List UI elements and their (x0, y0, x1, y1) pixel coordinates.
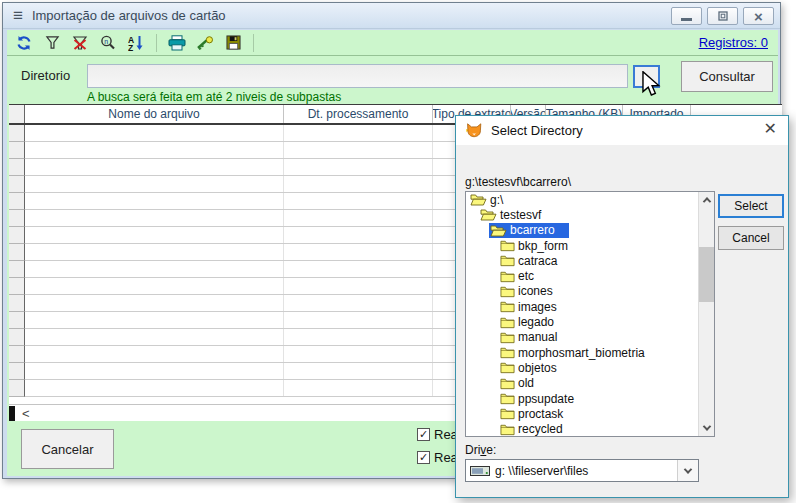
cancel-button[interactable]: Cancel (718, 226, 784, 250)
row-selector[interactable] (9, 312, 25, 329)
table-cell (284, 346, 433, 362)
folder-icon (500, 239, 515, 252)
directory-item[interactable]: images (466, 299, 714, 314)
directory-item[interactable]: testesvf (466, 207, 714, 222)
directory-item[interactable]: ppsupdate (466, 391, 714, 406)
network-drive-icon (470, 466, 490, 476)
row-selector[interactable] (9, 176, 25, 193)
menu-icon[interactable]: ≡ (13, 7, 23, 24)
row-selector[interactable] (9, 295, 25, 312)
checkbox-checked-icon[interactable]: ✓ (417, 451, 430, 464)
current-path-label: g:\testesvf\bcarrero\ (465, 175, 571, 189)
row-selector[interactable] (9, 380, 25, 397)
minimize-button[interactable] (671, 7, 702, 25)
close-button[interactable]: × (743, 7, 774, 25)
checkbox-row-1[interactable]: ✓ Rea (417, 427, 458, 442)
row-selector[interactable] (9, 125, 25, 142)
filter-icon[interactable] (42, 34, 62, 52)
find-icon[interactable]: n (98, 34, 118, 52)
directory-item-content: etc (499, 269, 548, 284)
column-header[interactable]: Dt. processamento (284, 105, 433, 123)
maximize-button[interactable] (707, 7, 738, 25)
directory-item[interactable]: recycled (466, 421, 714, 436)
print-icon[interactable] (167, 34, 187, 52)
row-selector[interactable] (9, 261, 25, 278)
table-cell (25, 312, 284, 328)
column-header[interactable]: Nome do arquivo (25, 105, 284, 123)
table-cell (25, 295, 284, 311)
list-scrollbar[interactable] (698, 192, 714, 436)
dialog-close-icon[interactable]: ✕ (764, 121, 777, 137)
directory-item[interactable]: objetos (466, 360, 714, 375)
directory-item[interactable]: bkp_form (466, 238, 714, 253)
directory-item[interactable]: legado (466, 314, 714, 329)
directory-item[interactable]: g:\ (466, 192, 714, 207)
directory-name: bcarrero (510, 223, 555, 237)
row-selector[interactable] (9, 193, 25, 210)
diretorio-input[interactable] (87, 64, 628, 88)
scrollbar-thumb[interactable] (699, 247, 714, 302)
registros-link[interactable]: Registros: 0 (699, 35, 768, 50)
directory-item[interactable]: proctask (466, 406, 714, 421)
row-selector[interactable] (9, 142, 25, 159)
directory-item-content: g:\ (469, 192, 517, 207)
row-selector[interactable] (9, 210, 25, 227)
directory-item[interactable]: bcarrero (466, 223, 714, 238)
directory-name: images (518, 300, 557, 314)
directory-item-selected: bcarrero (489, 223, 569, 238)
scroll-left-icon[interactable]: < (22, 407, 30, 420)
folder-open-icon (490, 224, 507, 237)
folder-icon (500, 285, 515, 298)
title-bar[interactable]: ≡ Importação de arquivos de cartão (3, 3, 780, 29)
table-cell (25, 193, 284, 209)
table-cell (25, 329, 284, 345)
drive-label: Drive: (465, 443, 496, 457)
select-button[interactable]: Select (718, 194, 784, 218)
diretorio-label: Diretorio (21, 68, 70, 83)
directory-item-content: morphosmart_biometria (499, 345, 659, 360)
scroll-up-icon[interactable] (699, 192, 714, 208)
directory-item[interactable]: old (466, 376, 714, 391)
folder-icon (500, 346, 515, 359)
checkbox-checked-icon[interactable]: ✓ (417, 428, 430, 441)
folder-icon (500, 331, 515, 344)
directory-name: etc (518, 269, 534, 283)
window-controls: × (671, 7, 774, 25)
directory-name: ppsupdate (518, 392, 574, 406)
dropdown-arrow-button[interactable] (677, 460, 698, 481)
key-icon[interactable] (195, 34, 215, 52)
save-icon[interactable] (223, 34, 243, 52)
scroll-down-icon[interactable] (699, 420, 714, 436)
directory-list[interactable]: g:\testesvfbcarrerobkp_formcatracaetcico… (465, 191, 715, 437)
row-selector[interactable] (9, 159, 25, 176)
consultar-button[interactable]: Consultar (681, 61, 773, 92)
row-selector[interactable] (9, 346, 25, 363)
table-cell (25, 159, 284, 175)
refresh-icon[interactable] (14, 34, 34, 52)
folder-icon (500, 377, 515, 390)
close-icon: × (754, 9, 763, 24)
select-directory-dialog: Select Directory ✕ g:\testesvf\bcarrero\… (455, 115, 789, 498)
directory-item[interactable]: icones (466, 284, 714, 299)
row-selector[interactable] (9, 329, 25, 346)
window-title: Importação de arquivos de cartão (32, 8, 226, 23)
drive-dropdown[interactable]: g: \\fileserver\files (465, 459, 699, 482)
directory-item[interactable]: etc (466, 268, 714, 283)
directory-item[interactable]: morphosmart_biometria (466, 345, 714, 360)
row-selector[interactable] (9, 244, 25, 261)
table-cell (284, 312, 433, 328)
row-selector[interactable] (9, 278, 25, 295)
clear-filter-icon[interactable] (70, 34, 90, 52)
dialog-title-bar[interactable]: Select Directory (456, 116, 788, 145)
minimize-icon (681, 18, 692, 21)
row-selector[interactable] (9, 227, 25, 244)
directory-item[interactable]: catraca (466, 253, 714, 268)
directory-item-content: manual (499, 330, 571, 345)
checkbox-row-2[interactable]: ✓ Rea (417, 450, 458, 465)
directory-item[interactable]: manual (466, 330, 714, 345)
table-cell (284, 329, 433, 345)
sort-az-icon[interactable]: AZ (126, 34, 146, 52)
cancelar-button[interactable]: Cancelar (21, 429, 114, 469)
directory-name: icones (518, 284, 553, 298)
row-selector[interactable] (9, 363, 25, 380)
